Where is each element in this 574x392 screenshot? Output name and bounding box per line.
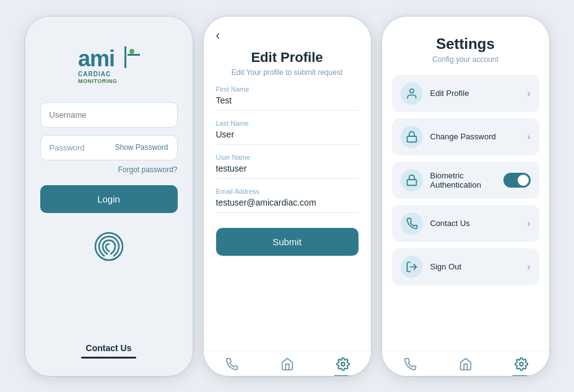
nav-phone-icon[interactable]: [225, 357, 238, 371]
settings-item-edit-profile[interactable]: Edit Profile ›: [392, 75, 539, 112]
submit-button[interactable]: Submit: [216, 228, 359, 256]
svg-point-11: [520, 362, 523, 366]
screens-container: ami CARDIAC MONITORING Password Show Pas…: [25, 17, 549, 376]
show-password-button[interactable]: Show Password: [115, 143, 168, 152]
form-field-3: Email Address testuser@amicardiac.com: [216, 188, 359, 213]
field-value-2[interactable]: testuser: [216, 163, 359, 179]
field-label-3: Email Address: [216, 188, 359, 195]
form-field-0: First Name Test: [216, 85, 359, 111]
svg-point-7: [409, 89, 414, 93]
settings-item-contact-us[interactable]: Contact Us ›: [392, 205, 539, 242]
field-value-3[interactable]: testuser@amicardiac.com: [216, 198, 359, 213]
settings-list: Edit Profile › Change Password › Biometr…: [382, 75, 549, 351]
edit-profile-phone: ‹ Edit Profile Edit Your profile to subm…: [204, 17, 371, 376]
settings-item-label-contact-us: Contact Us: [430, 219, 528, 228]
svg-text:MONITORING: MONITORING: [78, 78, 117, 84]
chevron-change-password-icon: ›: [527, 131, 530, 142]
field-value-1[interactable]: User: [216, 129, 359, 145]
field-label-0: First Name: [216, 85, 359, 93]
svg-rect-1: [124, 46, 126, 68]
chevron-sign-out-icon: ›: [527, 261, 530, 272]
edit-header: ‹ Edit Profile Edit Your profile to subm…: [204, 17, 371, 85]
settings-item-change-password[interactable]: Change Password ›: [392, 118, 539, 155]
ami-logo: ami CARDIAC MONITORING: [75, 41, 143, 84]
field-label-2: User Name: [216, 154, 359, 161]
settings-title: Settings: [394, 35, 537, 53]
form-field-2: User Name testuser: [216, 154, 359, 179]
settings-item-sign-out[interactable]: Sign Out ›: [392, 248, 539, 285]
edit-screen: ‹ Edit Profile Edit Your profile to subm…: [204, 17, 371, 376]
contact-us-text[interactable]: Contact Us: [86, 343, 132, 353]
edit-fields-container: First Name Test Last Name User User Name…: [216, 85, 359, 213]
login-screen-phone: ami CARDIAC MONITORING Password Show Pas…: [25, 17, 193, 376]
username-input[interactable]: [40, 102, 178, 128]
fingerprint-icon[interactable]: [90, 228, 128, 265]
svg-text:ami: ami: [78, 46, 115, 71]
svg-point-6: [341, 362, 345, 366]
password-row: Password Show Password: [40, 135, 178, 160]
field-value-0[interactable]: Test: [216, 95, 359, 111]
login-screen: ami CARDIAC MONITORING Password Show Pas…: [25, 17, 193, 376]
form-field-1: Last Name User: [216, 120, 359, 145]
svg-point-5: [129, 49, 134, 54]
forgot-password-link[interactable]: Forgot password?: [118, 165, 177, 174]
settings-item-biometric[interactable]: Biometric Authentication: [392, 162, 539, 199]
password-label: Password: [50, 143, 85, 152]
login-button[interactable]: Login: [40, 185, 178, 213]
bottom-bar: [81, 357, 136, 359]
settings-item-label-change-password: Change Password: [430, 132, 528, 141]
edit-body: First Name Test Last Name User User Name…: [204, 85, 371, 351]
settings-nav-phone-icon[interactable]: [403, 357, 417, 371]
lock2-icon: [401, 169, 423, 191]
toggle-biometric[interactable]: [503, 173, 531, 188]
chevron-edit-profile-icon: ›: [527, 88, 530, 99]
settings-item-label-sign-out: Sign Out: [430, 262, 528, 271]
settings-screen: Settings Config your account Edit Profil…: [382, 17, 549, 376]
field-label-1: Last Name: [216, 120, 359, 127]
settings-subtitle: Config your account: [394, 55, 537, 64]
logo-area: ami CARDIAC MONITORING: [75, 41, 143, 84]
settings-bottom-nav: [382, 351, 549, 376]
nav-home-icon[interactable]: [280, 357, 294, 371]
settings-nav-settings-icon[interactable]: [515, 357, 528, 371]
svg-rect-2: [128, 54, 140, 56]
settings-item-label-edit-profile: Edit Profile: [430, 89, 528, 98]
svg-rect-9: [407, 180, 416, 185]
edit-profile-subtitle: Edit Your profile to submit request: [216, 68, 359, 77]
nav-settings-icon[interactable]: [336, 357, 350, 371]
settings-nav-home-icon[interactable]: [459, 357, 472, 371]
lock-icon: [401, 126, 423, 148]
back-button[interactable]: ‹: [216, 28, 220, 42]
edit-profile-title: Edit Profile: [216, 50, 359, 66]
chevron-contact-us-icon: ›: [527, 218, 530, 229]
settings-phone: Settings Config your account Edit Profil…: [382, 17, 549, 376]
svg-rect-8: [407, 136, 416, 142]
signout-icon: [401, 256, 423, 278]
phone-icon: [401, 212, 423, 235]
settings-item-label-biometric: Biometric Authentication: [430, 171, 503, 189]
edit-bottom-nav: [204, 351, 371, 376]
svg-text:CARDIAC: CARDIAC: [78, 71, 111, 77]
person-icon: [401, 82, 423, 105]
settings-header: Settings Config your account: [382, 17, 549, 75]
